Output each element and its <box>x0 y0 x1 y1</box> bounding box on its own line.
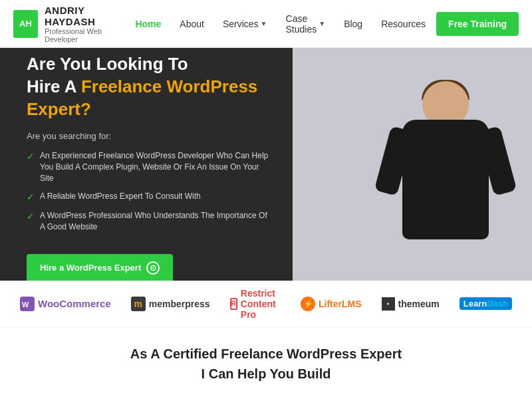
logo-initials: AH <box>13 10 38 38</box>
hire-button[interactable]: Hire a WordPress Expert ⊙ <box>27 254 173 281</box>
logo-text: ANDRIY HAYDASH Professional Web Develope… <box>45 5 127 43</box>
logo-learndash: LearnDash <box>460 297 512 310</box>
themeum-icon: ▪ <box>382 297 395 311</box>
check-icon: ✓ <box>27 191 35 204</box>
logo-subtitle: Professional Web Developer <box>45 27 127 43</box>
person-figure <box>379 68 512 281</box>
check-icon: ✓ <box>27 210 35 223</box>
circle-arrow-icon: ⊙ <box>146 261 160 275</box>
nav-blog[interactable]: Blog <box>336 15 370 33</box>
list-item-text: An Experienced Freelance WordPress Devel… <box>40 150 273 184</box>
lifter-icon: ⚡ <box>301 297 315 311</box>
bottom-line2: I Can Help You Build <box>201 366 331 381</box>
bottom-section: As A Certified Freelance WordPress Exper… <box>0 327 532 390</box>
woocommerce-icon: W <box>20 297 35 311</box>
logo-lifterlms: ⚡ LifterLMS <box>301 297 362 311</box>
nav-case-studies[interactable]: Case Studies ▼ <box>278 9 334 39</box>
hero-image <box>293 48 532 281</box>
nav-services[interactable]: Services ▼ <box>215 15 275 33</box>
chevron-down-icon: ▼ <box>261 20 267 27</box>
logos-bar: W WooCommerce m memberpress R Restrict C… <box>0 281 532 327</box>
main-nav: Home About Services ▼ Case Studies ▼ Blo… <box>127 9 519 39</box>
hero-subheading: Are you searching for: <box>27 131 273 141</box>
person-body <box>402 120 489 239</box>
bottom-heading: As A Certified Freelance WordPress Exper… <box>13 344 519 384</box>
list-item-text: A Reliable WordPress Expert To Consult W… <box>40 191 201 202</box>
hero-heading: Are You Looking To Hire A Freelance Word… <box>27 53 273 120</box>
memberpress-icon: m <box>131 297 146 311</box>
check-icon: ✓ <box>27 150 35 164</box>
learndash-label: LearnDash <box>460 297 512 310</box>
list-item: ✓ A Reliable WordPress Expert To Consult… <box>27 191 273 204</box>
list-item: ✓ A WordPress Professional Who Understan… <box>27 210 273 233</box>
logo-area: AH ANDRIY HAYDASH Professional Web Devel… <box>13 5 127 43</box>
nav-home[interactable]: Home <box>127 15 169 33</box>
woocommerce-label: WooCommerce <box>38 298 111 309</box>
list-item-text: A WordPress Professional Who Understands… <box>40 210 273 233</box>
themeum-label: themeum <box>398 299 440 309</box>
logo-memberpress: m memberpress <box>131 297 210 311</box>
hero-heading-line1: Are You Looking To <box>27 54 188 74</box>
nav-resources[interactable]: Resources <box>373 15 434 33</box>
hero-list: ✓ An Experienced Freelance WordPress Dev… <box>27 150 273 239</box>
restrict-label: Restrict Content Pro <box>241 288 281 320</box>
svg-text:W: W <box>22 301 29 309</box>
hero-heading-line2-before: Hire A <box>27 76 81 96</box>
list-item: ✓ An Experienced Freelance WordPress Dev… <box>27 150 273 184</box>
lifter-label: LifterLMS <box>319 299 362 309</box>
free-training-button[interactable]: Free Training <box>436 12 519 36</box>
nav-about[interactable]: About <box>172 15 212 33</box>
restrict-icon: R <box>230 298 237 310</box>
learndash-dash: Dash <box>487 299 508 309</box>
hero-content: Are You Looking To Hire A Freelance Word… <box>0 48 293 281</box>
memberpress-label: memberpress <box>149 299 210 309</box>
hero-section: Are You Looking To Hire A Freelance Word… <box>0 48 532 281</box>
logo-themeum: ▪ themeum <box>382 297 440 311</box>
hire-button-label: Hire a WordPress Expert <box>40 263 141 273</box>
bottom-line1: As A Certified Freelance WordPress Exper… <box>130 346 402 361</box>
logo-name: ANDRIY HAYDASH <box>45 5 127 27</box>
chevron-down-icon: ▼ <box>319 20 325 27</box>
header: AH ANDRIY HAYDASH Professional Web Devel… <box>0 0 532 48</box>
logo-woocommerce: W WooCommerce <box>20 297 111 311</box>
logo-restrict-content: R Restrict Content Pro <box>230 288 281 320</box>
